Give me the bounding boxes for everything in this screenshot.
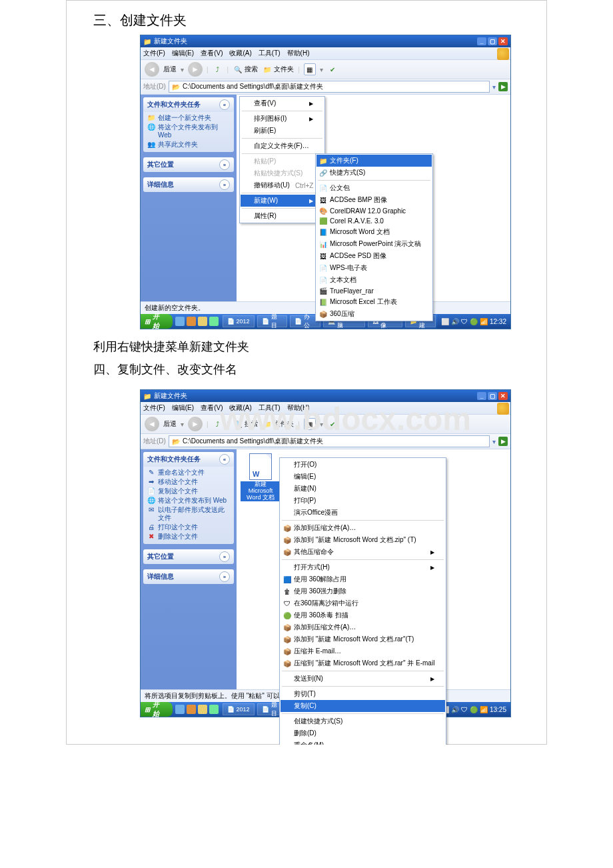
task-item[interactable]: ✉以电子邮件形式发送此文件 — [146, 505, 231, 523]
menu-item[interactable]: 🗑使用 360强力删除 — [281, 585, 445, 597]
menu-item[interactable]: 📦压缩到 "新建 Microsoft Word 文档.rar" 并 E-mail — [281, 657, 445, 669]
menu-view[interactable]: 查看(V) — [201, 403, 223, 413]
menu-tools[interactable]: 工具(T) — [259, 49, 281, 58]
chevron-down-icon[interactable]: ▾ — [492, 438, 496, 445]
new-submenu[interactable]: 📁文件夹(F)🔗快捷方式(S)📄公文包🖼ACDSee BMP 图像🎨CorelD… — [315, 153, 433, 321]
menu-item[interactable]: 刷新(E) — [241, 125, 324, 137]
menu-item[interactable]: 🔗快捷方式(S) — [316, 167, 432, 179]
expand-icon[interactable]: » — [219, 179, 230, 190]
collapse-icon[interactable]: « — [219, 454, 230, 465]
menu-item[interactable]: 📊Microsoft PowerPoint 演示文稿 — [316, 238, 432, 250]
menu-help[interactable]: 帮助(H) — [287, 49, 310, 58]
folders-button[interactable]: 📁文件夹 — [262, 64, 294, 75]
menu-favorites[interactable]: 收藏(A) — [229, 49, 251, 58]
menu-item[interactable]: 打开(O) — [281, 459, 445, 471]
menu-item[interactable]: 重命名(M) — [281, 739, 445, 745]
go-button[interactable]: ▶ — [498, 82, 508, 91]
views-icon[interactable]: ▦ — [304, 418, 316, 430]
menu-item[interactable]: 打印(P) — [281, 495, 445, 507]
close-button[interactable]: ✕ — [498, 37, 508, 45]
quick-launch[interactable] — [175, 317, 219, 326]
panel-title-other[interactable]: 其它位置 — [147, 160, 174, 169]
chevron-down-icon[interactable]: ▾ — [320, 66, 323, 73]
menu-view[interactable]: 查看(V) — [201, 49, 223, 58]
taskbar-item[interactable]: 📄2012 — [223, 315, 255, 327]
menu-item[interactable]: 新建(N) — [281, 483, 445, 495]
menu-favorites[interactable]: 收藏(A) — [229, 403, 251, 413]
menu-item[interactable]: 📦其他压缩命令 — [281, 546, 445, 558]
task-item[interactable]: 📄复制这个文件 — [146, 487, 231, 496]
menu-item[interactable]: 📄文本文档 — [316, 274, 432, 286]
task-item[interactable]: 🌐将这个文件发布到 Web — [146, 496, 231, 505]
menu-item[interactable]: 📄WPS-电子表 — [316, 262, 432, 274]
menu-edit[interactable]: 编辑(E) — [172, 403, 194, 413]
context-menu[interactable]: 查看(V)排列图标(I)刷新(E)自定义文件夹(F)…粘贴(P)粘贴快捷方式(S… — [239, 96, 325, 223]
maximize-button[interactable]: ▢ — [488, 392, 497, 400]
menu-item[interactable]: 🖼ACDSee PSD 图像 — [316, 250, 432, 262]
sync-icon[interactable]: ✔ — [327, 64, 338, 75]
chevron-down-icon[interactable]: ▾ — [492, 83, 496, 91]
close-button[interactable]: ✕ — [498, 392, 508, 400]
menu-item[interactable]: 编辑(E) — [281, 471, 445, 483]
menu-item[interactable]: 📦添加到 "新建 Microsoft Word 文档.rar"(T) — [281, 633, 445, 645]
menu-item[interactable]: 发送到(N) — [281, 673, 445, 685]
back-button[interactable]: ◄ — [145, 62, 159, 77]
menu-item[interactable]: 属性(R) — [241, 210, 324, 222]
menu-item[interactable]: 📄公文包 — [316, 182, 432, 194]
menu-item[interactable]: 🎬TrueFlayer_rar — [316, 286, 432, 296]
start-button[interactable]: ⊞ 开始 — [141, 314, 173, 329]
task-item[interactable]: ➡移动这个文件 — [146, 477, 231, 487]
sync-icon[interactable]: ✔ — [327, 419, 338, 429]
system-tray[interactable]: ⬜🔊🛡🟢📶 12:32 — [437, 314, 510, 329]
menu-item[interactable]: 📦压缩并 E-mail… — [281, 645, 445, 657]
menu-item[interactable]: 🛡在360隔离沙箱中运行 — [281, 597, 445, 609]
menu-tools[interactable]: 工具(T) — [259, 403, 281, 413]
minimize-button[interactable]: _ — [477, 37, 486, 45]
folders-button[interactable]: 📁文件夹 — [262, 419, 294, 429]
menu-item[interactable]: 🟩Corel R.A.V.E. 3.0 — [316, 216, 432, 226]
search-button[interactable]: 🔍搜索 — [233, 419, 258, 429]
collapse-icon[interactable]: « — [219, 99, 230, 110]
menu-item[interactable]: 🟦使用 360解除占用 — [281, 573, 445, 585]
taskbar-item[interactable]: 📄题目 — [257, 315, 288, 327]
selected-file[interactable]: W 新建 Microsoft Word 文档 — [241, 453, 281, 501]
menu-item[interactable]: 复制(C) — [281, 700, 445, 712]
task-item[interactable]: ✖删除这个文件 — [146, 532, 231, 541]
menu-item[interactable]: 📦添加到 "新建 Microsoft Word 文档.zip" (T) — [281, 534, 445, 546]
menu-item[interactable]: 打开方式(H) — [281, 561, 445, 573]
go-button[interactable]: ▶ — [498, 437, 508, 446]
menu-item[interactable]: 🖼ACDSee BMP 图像 — [316, 194, 432, 206]
menu-item[interactable]: 查看(V) — [241, 97, 324, 109]
menu-item[interactable]: 剪切(T) — [281, 688, 445, 700]
menu-item[interactable]: 📦360压缩 — [316, 308, 432, 320]
chevron-down-icon[interactable]: ▾ — [320, 421, 323, 428]
up-icon[interactable]: ⤴ — [213, 64, 223, 75]
quick-launch[interactable] — [175, 705, 219, 714]
back-button[interactable]: ◄ — [145, 417, 159, 431]
views-icon[interactable]: ▦ — [304, 63, 316, 75]
chevron-down-icon[interactable]: ▾ — [181, 66, 184, 73]
menu-bar[interactable]: 文件(F) 编辑(E) 查看(V) 收藏(A) 工具(T) 帮助(H) — [141, 402, 510, 415]
address-input[interactable]: 📂 C:\Documents and Settings\dfl\桌面\新建文件夹 — [169, 81, 490, 93]
menu-bar[interactable]: 文件(F) 编辑(E) 查看(V) 收藏(A) 工具(T) 帮助(H) — [141, 47, 510, 60]
menu-item[interactable]: 🟢使用 360杀毒 扫描 — [281, 609, 445, 621]
up-icon[interactable]: ⤴ — [213, 419, 223, 429]
menu-item[interactable]: 📘Microsoft Word 文档 — [316, 226, 432, 238]
menu-item[interactable]: 📗Microsoft Excel 工作表 — [316, 296, 432, 308]
menu-item[interactable]: 📦添加到压缩文件(A)… — [281, 621, 445, 633]
task-item[interactable]: 🖨打印这个文件 — [146, 523, 231, 532]
menu-item[interactable]: 删除(D) — [281, 727, 445, 739]
address-input[interactable]: 📂 C:\Documents and Settings\dfl\桌面\新建文件夹 — [169, 435, 490, 447]
menu-item[interactable]: 🎨CorelDRAW 12.0 Graphic — [316, 206, 432, 216]
expand-icon[interactable]: » — [219, 571, 230, 582]
menu-item[interactable]: 创建快捷方式(S) — [281, 715, 445, 727]
menu-item[interactable]: 自定义文件夹(F)… — [241, 140, 324, 152]
expand-icon[interactable]: » — [219, 159, 230, 170]
menu-item[interactable]: 排列图标(I) — [241, 113, 324, 125]
menu-item[interactable]: 📦添加到压缩文件(A)… — [281, 522, 445, 534]
menu-item[interactable]: 撤销移动(U)Ctrl+Z — [241, 179, 324, 191]
system-tray[interactable]: ⬜🔊🛡🟢📶 13:25 — [437, 702, 510, 717]
menu-item[interactable]: 演示Office漫画 — [281, 507, 445, 519]
panel-title-other[interactable]: 其它位置 — [147, 552, 174, 561]
file-context-menu[interactable]: 打开(O)编辑(E)新建(N)打印(P)演示Office漫画📦添加到压缩文件(A… — [279, 457, 446, 745]
